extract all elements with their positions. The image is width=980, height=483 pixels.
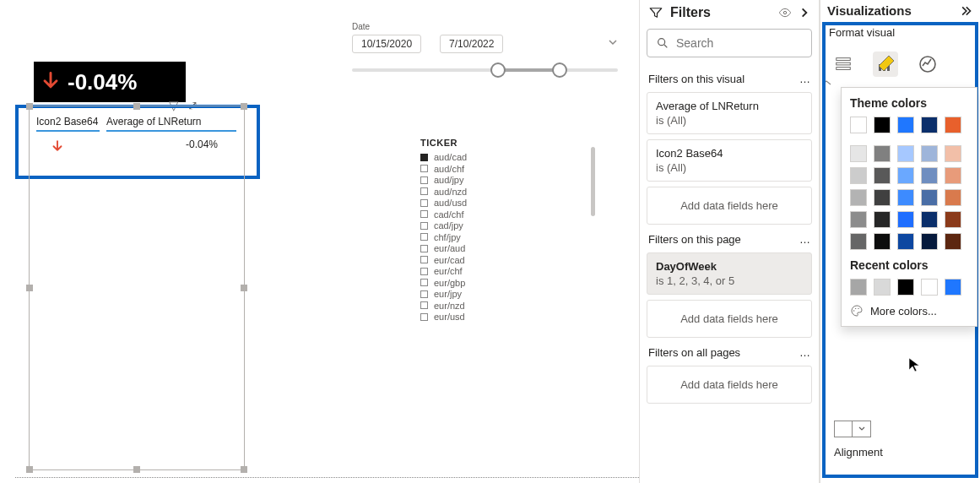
- search-field[interactable]: [676, 36, 803, 50]
- color-swatch[interactable]: [921, 145, 938, 162]
- checkbox-icon[interactable]: [420, 210, 428, 218]
- color-swatch[interactable]: [874, 189, 891, 206]
- more-colors-button[interactable]: More colors...: [850, 304, 968, 317]
- checkbox-icon[interactable]: [420, 256, 428, 263]
- eye-icon[interactable]: [778, 6, 792, 19]
- ticker-item[interactable]: aud/nzd: [420, 187, 467, 197]
- color-swatch[interactable]: [850, 145, 867, 162]
- more-icon[interactable]: …: [799, 346, 810, 359]
- color-swatch[interactable]: [921, 211, 938, 228]
- color-swatch[interactable]: [874, 211, 891, 228]
- color-swatch[interactable]: [921, 117, 938, 133]
- date-end-input[interactable]: 7/10/2022: [440, 35, 503, 53]
- color-swatch[interactable]: [945, 233, 961, 250]
- color-swatch[interactable]: [921, 233, 938, 250]
- color-swatch[interactable]: [850, 211, 867, 228]
- checkbox-icon[interactable]: [420, 290, 428, 298]
- date-slicer[interactable]: Date 10/15/2020 7/10/2022: [352, 22, 618, 72]
- add-data-fields-drop[interactable]: Add data fields here: [647, 366, 812, 404]
- checkbox-icon[interactable]: [420, 245, 428, 252]
- checkbox-icon[interactable]: [420, 176, 428, 184]
- date-slider-track[interactable]: [352, 68, 618, 72]
- checkbox-icon[interactable]: [420, 222, 428, 230]
- checkbox-icon[interactable]: [420, 187, 428, 195]
- ticker-item[interactable]: eur/usd: [420, 312, 467, 322]
- more-icon[interactable]: …: [799, 73, 810, 85]
- color-swatch[interactable]: [850, 189, 867, 206]
- kpi-card[interactable]: -0.04%: [34, 62, 186, 102]
- expand-icon[interactable]: [961, 5, 973, 17]
- filter-card[interactable]: Icon2 Base64 is (All): [647, 139, 812, 182]
- color-swatch[interactable]: [921, 167, 938, 184]
- ticker-item[interactable]: eur/chf: [420, 266, 467, 276]
- ticker-item[interactable]: chf/jpy: [420, 232, 467, 242]
- color-swatch[interactable]: [874, 117, 891, 133]
- color-swatch[interactable]: [874, 233, 891, 250]
- search-input[interactable]: [647, 29, 812, 57]
- ticker-item[interactable]: aud/cad: [420, 152, 467, 162]
- color-swatch[interactable]: [874, 145, 891, 162]
- checkbox-icon[interactable]: [420, 313, 428, 321]
- color-swatch[interactable]: [945, 145, 961, 162]
- add-data-fields-drop[interactable]: Add data fields here: [647, 300, 812, 338]
- resize-handle[interactable]: [241, 285, 247, 291]
- resize-handle[interactable]: [26, 285, 33, 291]
- color-swatch[interactable]: [945, 189, 961, 206]
- resize-handle[interactable]: [241, 103, 247, 110]
- ticker-legend[interactable]: TICKER aud/cadaud/chfaud/jpyaud/nzdaud/u…: [420, 138, 467, 323]
- format-visual-tab[interactable]: [873, 52, 898, 77]
- color-swatch[interactable]: [897, 189, 914, 206]
- resize-handle[interactable]: [241, 466, 247, 473]
- ticker-item[interactable]: aud/usd: [420, 198, 467, 208]
- slider-handle-start[interactable]: [490, 62, 506, 78]
- ticker-item[interactable]: aud/jpy: [420, 175, 467, 185]
- color-swatch[interactable]: [897, 145, 914, 162]
- resize-handle[interactable]: [133, 466, 140, 473]
- add-data-fields-drop[interactable]: Add data fields here: [647, 187, 812, 225]
- color-well[interactable]: [834, 421, 853, 437]
- checkbox-icon[interactable]: [420, 154, 428, 161]
- color-swatch[interactable]: [921, 279, 938, 296]
- color-swatch[interactable]: [897, 167, 914, 184]
- ticker-item[interactable]: eur/nzd: [420, 301, 467, 311]
- selection-frame[interactable]: [29, 106, 245, 470]
- color-swatch[interactable]: [897, 211, 914, 228]
- chevron-down-icon[interactable]: [608, 37, 618, 47]
- color-swatch[interactable]: [897, 233, 914, 250]
- color-swatch[interactable]: [850, 117, 867, 133]
- chevron-right-icon[interactable]: [799, 7, 810, 19]
- scrollbar-thumb[interactable]: [591, 147, 595, 216]
- table-col-header[interactable]: Average of LNReturn: [106, 116, 236, 132]
- ticker-item[interactable]: eur/jpy: [420, 289, 467, 299]
- ticker-item[interactable]: eur/cad: [420, 255, 467, 265]
- filter-card[interactable]: DayOfWeek is 1, 2, 3, 4, or 5: [647, 252, 812, 295]
- ticker-item[interactable]: cad/chf: [420, 209, 467, 220]
- build-visual-tab[interactable]: [831, 52, 856, 77]
- date-start-input[interactable]: 10/15/2020: [352, 35, 421, 53]
- color-swatch[interactable]: [945, 167, 961, 184]
- color-swatch[interactable]: [921, 189, 938, 206]
- color-dropdown[interactable]: [853, 421, 871, 437]
- checkbox-icon[interactable]: [420, 268, 428, 275]
- color-swatch[interactable]: [897, 279, 914, 296]
- ticker-item[interactable]: eur/aud: [420, 243, 467, 253]
- color-swatch[interactable]: [945, 117, 961, 133]
- color-swatch[interactable]: [850, 167, 867, 184]
- table-col-header[interactable]: Icon2 Base64: [36, 116, 100, 132]
- checkbox-icon[interactable]: [420, 233, 428, 241]
- resize-handle[interactable]: [26, 103, 33, 110]
- color-swatch[interactable]: [850, 279, 867, 296]
- ticker-item[interactable]: cad/jpy: [420, 220, 467, 231]
- color-swatch[interactable]: [874, 167, 891, 184]
- checkbox-icon[interactable]: [420, 301, 428, 309]
- color-swatch[interactable]: [850, 233, 867, 250]
- filter-card[interactable]: Average of LNReturn is (All): [647, 92, 812, 134]
- checkbox-icon[interactable]: [420, 199, 428, 207]
- slider-handle-end[interactable]: [552, 62, 567, 78]
- color-swatch[interactable]: [945, 211, 961, 228]
- report-canvas[interactable]: Date 10/15/2020 7/10/2022 -0.04% ▽: [0, 0, 639, 483]
- color-swatch[interactable]: [945, 279, 961, 296]
- color-swatch[interactable]: [897, 117, 914, 133]
- resize-handle[interactable]: [133, 103, 140, 110]
- table-visual[interactable]: Icon2 Base64 Average of LNReturn -0.04%: [30, 113, 243, 158]
